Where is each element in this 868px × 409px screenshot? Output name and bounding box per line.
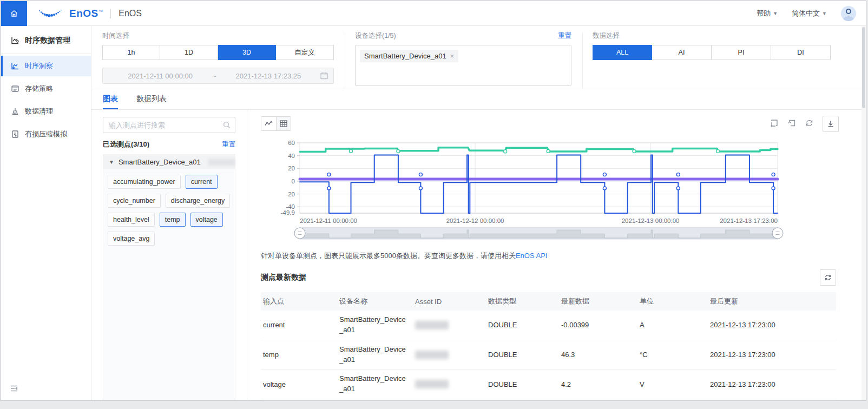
table-view-toggle-button[interactable]	[276, 117, 291, 130]
sidebar-item-data-cleaning[interactable]: 数据清理	[1, 101, 91, 122]
user-avatar[interactable]	[841, 6, 856, 21]
language-menu[interactable]: 简体中文▼	[792, 9, 827, 18]
svg-text:-49.9: -49.9	[281, 209, 295, 216]
device-group-header[interactable]: ▼ SmartBattery_Device_a01	[103, 155, 235, 169]
enos-logo-swoosh-icon	[38, 8, 66, 19]
download-chart-button[interactable]	[823, 116, 839, 132]
device-select-label: 设备选择(1/5)	[355, 31, 396, 41]
svg-text:0: 0	[292, 178, 295, 184]
avatar-person-icon	[846, 9, 851, 14]
time-option-3d[interactable]: 3D	[218, 45, 276, 60]
topbar: EnOS™ EnOS 帮助▼ 简体中文▼	[1, 1, 866, 26]
chart-panel: 6040200-20-40-49.92021-12-11 00:00:00202…	[247, 110, 866, 400]
remove-device-icon[interactable]: ×	[450, 52, 454, 60]
latest-data-title: 测点最新数据	[261, 273, 306, 282]
svg-text:20: 20	[288, 165, 295, 171]
device-select-box[interactable]: SmartBattery_Device_a01 ×	[355, 45, 571, 86]
data-select-label: 数据选择	[593, 31, 620, 41]
svg-text:-20: -20	[286, 191, 295, 197]
time-option-1h[interactable]: 1h	[102, 45, 160, 60]
data-option-all[interactable]: ALL	[593, 45, 652, 60]
chip-current[interactable]: current	[186, 175, 218, 189]
zoom-select-icon[interactable]	[770, 118, 779, 128]
chip-health-level[interactable]: health_level	[108, 213, 155, 227]
tab-data-list[interactable]: 数据列表	[136, 94, 167, 109]
svg-text:2021-12-11 00:00:00: 2021-12-11 00:00:00	[300, 217, 357, 224]
chip-temp[interactable]: temp	[160, 213, 186, 227]
download-icon	[827, 120, 834, 128]
enos-logo[interactable]: EnOS™	[38, 8, 103, 19]
zoom-reset-icon[interactable]	[787, 118, 797, 128]
svg-text:2021-12-13 17:23:00: 2021-12-13 17:23:00	[720, 217, 778, 224]
table-row: temp SmartBattery_Device_a01 DOUBLE 46.3…	[261, 340, 836, 370]
asset-id-redacted	[415, 321, 449, 329]
search-icon	[223, 121, 231, 129]
line-chart-toggle-button[interactable]	[261, 117, 276, 130]
sidebar-item-storage-policy[interactable]: 存储策略	[1, 78, 91, 99]
time-option-custom[interactable]: 自定义	[276, 45, 334, 60]
chip-discharge-energy[interactable]: discharge_energy	[166, 194, 230, 208]
svg-text:2021-12-13 00:00:00: 2021-12-13 00:00:00	[622, 217, 680, 224]
data-option-pi[interactable]: PI	[712, 45, 771, 60]
home-button[interactable]	[1, 1, 27, 26]
points-reset-link[interactable]: 重置	[222, 140, 235, 149]
sidebar-section-title: 时序数据管理	[1, 26, 91, 54]
device-tag: SmartBattery_Device_a01 ×	[360, 50, 458, 62]
collapse-sidebar-icon[interactable]	[10, 384, 18, 393]
refresh-icon	[824, 274, 832, 281]
enos-wordmark: EnOS™	[69, 8, 103, 19]
storage-policy-icon	[11, 84, 19, 93]
table-row: voltage SmartBattery_Device_a01 DOUBLE 4…	[261, 370, 836, 399]
calendar-icon	[320, 72, 328, 80]
compression-doc-icon	[11, 130, 19, 138]
data-option-di[interactable]: DI	[771, 45, 831, 60]
chevron-down-icon: ▼	[822, 11, 827, 16]
date-range-end: 2021-12-13 17:23:25	[216, 72, 320, 80]
scrollbar-thumb[interactable]	[862, 27, 865, 108]
table-row: current SmartBattery_Device_a01 DOUBLE -…	[261, 311, 836, 340]
time-select-label: 时间选择	[102, 31, 129, 41]
sidebar-item-timeseries-insight[interactable]: 时序洞察	[1, 56, 91, 76]
date-range-separator: ~	[212, 72, 216, 80]
refresh-chart-icon[interactable]	[805, 118, 814, 128]
tab-chart[interactable]: 图表	[103, 94, 118, 109]
asset-id-redacted	[415, 351, 449, 359]
enos-api-link[interactable]: EnOS API	[516, 252, 548, 260]
col-latest-value: 最新数据	[559, 296, 637, 306]
chevron-down-icon: ▼	[109, 159, 114, 165]
sidebar: 时序数据管理 时序洞察 存储策略 数据清理 有损压缩模拟	[1, 26, 91, 400]
chip-voltage[interactable]: voltage	[190, 213, 223, 227]
point-chips: accumulating_power current cycle_number …	[103, 169, 235, 251]
sidebar-item-lossy-compression[interactable]: 有损压缩模拟	[1, 124, 91, 144]
line-chart-icon	[265, 120, 273, 127]
help-menu[interactable]: 帮助▼	[757, 9, 778, 18]
data-option-ai[interactable]: AI	[652, 45, 712, 60]
date-range-start: 2021-12-11 00:00:00	[108, 72, 212, 80]
chip-cycle-number[interactable]: cycle_number	[108, 194, 161, 208]
page-scrollbar[interactable]	[862, 26, 866, 400]
latest-data-table: 输入点 设备名称 Asset ID 数据类型 最新数据 单位 最后更新 curr…	[261, 292, 836, 399]
chip-accumulating-power[interactable]: accumulating_power	[108, 175, 181, 189]
points-tree: ▼ SmartBattery_Device_a01 accumulating_p…	[103, 154, 235, 400]
svg-text:2021-12-12 00:00:00: 2021-12-12 00:00:00	[446, 217, 504, 224]
chip-voltage-avg[interactable]: voltage_avg	[108, 232, 155, 246]
point-search-input[interactable]	[103, 117, 235, 133]
time-option-1d[interactable]: 1D	[160, 45, 218, 60]
col-asset-id: Asset ID	[413, 298, 486, 306]
asset-id-redacted	[415, 380, 449, 388]
broom-icon	[11, 107, 19, 116]
chart-note: 针对单设备单测点，图表只能展示最多5000条数据。要查询更多数据，请使用相关En…	[261, 251, 866, 261]
filter-divider	[582, 32, 583, 89]
svg-text:60: 60	[288, 140, 295, 146]
main-content: 时间选择 1h 1D 3D 自定义 2021-12-11 00:00:00 ~ …	[91, 26, 866, 400]
svg-text:40: 40	[288, 153, 295, 159]
device-reset-link[interactable]: 重置	[558, 31, 571, 41]
timeseries-chart[interactable]: 6040200-20-40-49.92021-12-11 00:00:00202…	[261, 136, 843, 246]
refresh-table-button[interactable]	[820, 269, 836, 286]
time-range-segments: 1h 1D 3D 自定义	[102, 45, 335, 60]
date-range-input[interactable]: 2021-12-11 00:00:00 ~ 2021-12-13 17:23:2…	[102, 68, 334, 84]
chart-view-toggle	[261, 116, 291, 131]
col-last-update: 最后更新	[708, 296, 836, 306]
data-type-segments: ALL AI PI DI	[593, 45, 831, 60]
chevron-down-icon: ▼	[773, 11, 778, 16]
